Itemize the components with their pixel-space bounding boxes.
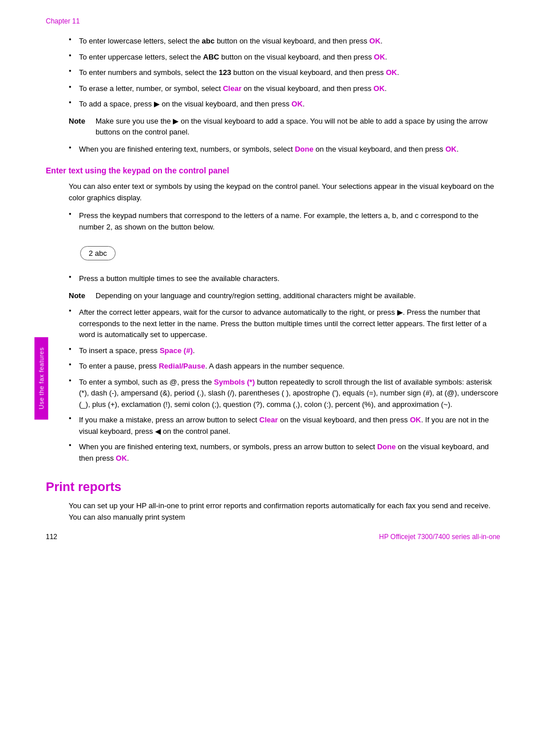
list-item: To insert a space, press Space (#). [69,345,500,357]
done-highlight: Done [295,145,314,153]
footer: 112 HP Officejet 7300/7400 series all-in… [0,533,546,541]
button-demo: 2 abc [80,246,116,260]
ok-highlight: OK [386,68,397,77]
note-label-1: Note [69,116,89,138]
note-block-2: Note Depending on your language and coun… [69,290,500,302]
list-item: To enter lowercase letters, select the a… [69,35,500,47]
press-bullet-list: Press a button multiple times to see the… [69,273,500,284]
redial-highlight: Redial/Pause [159,362,205,370]
ok-highlight: OK [374,53,385,61]
list-item: After the correct letter appears, wait f… [69,307,500,341]
note-label-2: Note [69,290,89,302]
keypad-bullet-list: Press the keypad numbers that correspond… [69,210,500,232]
space-highlight: Space (#) [160,346,193,355]
list-item: To erase a letter, number, or symbol, se… [69,83,500,94]
symbols-highlight: Symbols (*) [214,378,255,386]
main-heading: Print reports [46,480,500,494]
num-highlight: 123 [219,68,231,77]
list-item: To enter numbers and symbols, select the… [69,67,500,78]
top-bullet-list: To enter lowercase letters, select the a… [69,35,500,110]
list-item: To enter a symbol, such as @, press the … [69,377,500,410]
press-bullet-text: Press a button multiple times to see the… [79,274,279,283]
page-number: 112 [46,533,57,541]
abc-highlight: abc [202,37,215,45]
note-block-1: Note Make sure you use the ▶ on the visu… [69,116,500,138]
section-intro: You can also enter text or symbols by us… [69,181,500,203]
ok-highlight: OK [445,145,457,153]
list-item: Press the keypad numbers that correspond… [69,210,500,232]
ok-highlight: OK [410,415,421,424]
list-item: If you make a mistake, press an arrow bu… [69,414,500,437]
note-text-1: Make sure you use the ▶ on the visual ke… [96,116,500,138]
list-item: To enter uppercase letters, select the A… [69,52,500,63]
done-bullet-list: When you are finished entering text, num… [69,144,500,155]
list-item: When you are finished entering text, num… [69,144,500,155]
clear-highlight: Clear [223,84,242,93]
abc-upper-highlight: ABC [203,53,219,61]
page-content: Chapter 11 To enter lowercase letters, s… [0,0,546,552]
done-highlight: Done [377,442,396,451]
keypad-bullet-text: Press the keypad numbers that correspond… [79,211,478,231]
list-item: Press a button multiple times to see the… [69,273,500,284]
section-heading-text: Enter text using the keypad on the contr… [46,166,230,175]
chapter-label: Chapter 11 [46,17,80,25]
ok-highlight: OK [369,37,381,45]
button-demo-text: 2 abc [89,249,107,258]
main-heading-text: Print reports [46,480,121,494]
main-intro: You can set up your HP all-in-one to pri… [69,500,500,523]
more-bullet-list: After the correct letter appears, wait f… [69,307,500,464]
ok-highlight: OK [291,100,303,108]
main-intro-text: You can set up your HP all-in-one to pri… [69,501,490,521]
product-name: HP Officejet 7300/7400 series all-in-one [379,533,500,541]
after-bullet-text: After the correct letter appears, wait f… [79,308,486,339]
list-item: To add a space, press ▶ on the visual ke… [69,98,500,110]
section-heading: Enter text using the keypad on the contr… [46,166,500,175]
ok-highlight: OK [116,454,127,462]
clear-highlight: Clear [259,415,278,424]
note-text-2: Depending on your language and country/r… [96,290,416,302]
ok-highlight: OK [374,84,385,93]
section-intro-text: You can also enter text or symbols by us… [69,182,494,202]
list-item: To enter a pause, press Redial/Pause. A … [69,361,500,372]
chapter-header: Chapter 11 [46,17,500,25]
list-item: When you are finished entering text, num… [69,441,500,464]
